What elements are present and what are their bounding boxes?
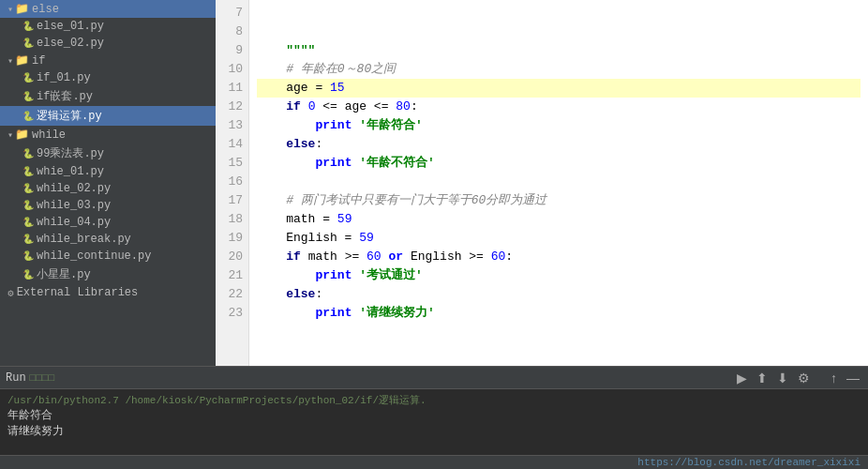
keyword-span: print <box>315 268 352 282</box>
run-panel: Run □□□□ ▶ ⬆ ⬇ ⚙ ↑ — /usr/bin/python2.7 … <box>0 366 868 469</box>
run-down-button[interactable]: ⬇ <box>774 370 791 386</box>
sidebar-item-label: while_02.py <box>37 182 111 195</box>
file-icon: 🐍 <box>22 217 34 228</box>
run-content: /usr/bin/python2.7 /home/kiosk/PycharmPr… <box>0 389 868 455</box>
line-number: 11 <box>221 79 243 98</box>
line-number: 22 <box>221 285 243 304</box>
run-label: Run <box>6 371 26 385</box>
sidebar-item-label: 99乘法表.py <box>37 145 104 161</box>
sidebar-item-file-99[interactable]: 🐍99乘法表.py <box>0 144 216 163</box>
file-icon: 🐍 <box>22 234 34 245</box>
run-output-line: 年龄符合 <box>7 407 861 423</box>
file-icon: 🐍 <box>22 148 34 159</box>
line-number: 15 <box>221 154 243 173</box>
code-line: print '考试通过' <box>257 266 861 285</box>
sidebar: ▾📁else🐍else_01.py🐍else_02.py▾📁if🐍if_01.p… <box>0 0 216 366</box>
expand-icon: ▾ <box>7 4 13 15</box>
number-span: 60 <box>367 250 382 264</box>
run-output-line: 请继续努力 <box>7 423 861 439</box>
sidebar-item-file-if01[interactable]: 🐍if_01.py <box>0 69 216 86</box>
sidebar-item-folder-while[interactable]: ▾📁while <box>0 126 216 144</box>
file-icon: 🐍 <box>22 72 34 83</box>
keyword-span: else <box>286 137 315 151</box>
line-number: 18 <box>221 210 243 229</box>
folder-icon: 📁 <box>15 128 29 142</box>
keyword-span: print <box>315 306 352 320</box>
number-span: 15 <box>330 81 345 95</box>
number-span: 0 <box>308 99 316 113</box>
line-number: 16 <box>221 173 243 191</box>
keyword-span: print <box>315 156 352 170</box>
run-settings-button[interactable]: ⚙ <box>795 370 813 386</box>
folder-icon: 📁 <box>15 53 29 68</box>
run-bottom-bar: https://blog.csdn.net/dreamer_xixixi <box>0 455 868 469</box>
code-line: math = 59 <box>257 210 861 229</box>
sidebar-item-file-ifnested[interactable]: 🐍if嵌套.py <box>0 86 216 106</box>
file-icon: 🐍 <box>22 183 34 194</box>
line-number: 14 <box>221 135 243 154</box>
code-line: else: <box>257 285 861 304</box>
code-line: age = 15 <box>257 79 861 98</box>
run-close-button[interactable]: — <box>844 370 862 386</box>
sidebar-item-file-logic[interactable]: 🐍逻辑运算.py <box>0 106 216 126</box>
code-line: if 0 <= age <= 80: <box>257 98 861 116</box>
sidebar-item-label: 逻辑运算.py <box>37 108 102 124</box>
run-play-button[interactable]: ▶ <box>734 370 750 386</box>
comment-span: # 年龄在0～80之间 <box>257 62 396 76</box>
sidebar-item-file-while02[interactable]: 🐍while_02.py <box>0 180 216 197</box>
line-number: 21 <box>221 266 243 285</box>
editor: 7891011121314151617181920212223 """" # 年… <box>216 0 868 366</box>
number-span: 59 <box>337 212 352 226</box>
sidebar-item-file-whie01[interactable]: 🐍whie_01.py <box>0 163 216 180</box>
expand-icon: ▾ <box>7 129 13 141</box>
sidebar-item-label: if_01.py <box>37 71 91 84</box>
code-line: print '年龄符合' <box>257 116 861 135</box>
code-line: print '请继续努力' <box>257 304 861 323</box>
code-line <box>257 23 861 41</box>
code-line: else: <box>257 135 861 154</box>
code-line: if math >= 60 or English >= 60: <box>257 248 861 266</box>
op-span: or <box>388 250 403 264</box>
sidebar-item-file-while04[interactable]: 🐍while_04.py <box>0 214 216 231</box>
expand-icon: ▾ <box>7 55 13 67</box>
sidebar-item-folder-else[interactable]: ▾📁else <box>0 0 216 18</box>
sidebar-item-file-whilebreak[interactable]: 🐍while_break.py <box>0 231 216 248</box>
main-area: ▾📁else🐍else_01.py🐍else_02.py▾📁if🐍if_01.p… <box>0 0 868 366</box>
run-stop-button[interactable]: ⬆ <box>754 370 771 386</box>
code-area: 7891011121314151617181920212223 """" # 年… <box>216 0 868 366</box>
sidebar-item-file-else01[interactable]: 🐍else_01.py <box>0 18 216 35</box>
sidebar-item-label: if <box>32 54 45 68</box>
number-span: 60 <box>491 250 506 264</box>
line-number: 12 <box>221 98 243 116</box>
csdn-link[interactable]: https://blog.csdn.net/dreamer_xixixi <box>637 457 861 468</box>
sidebar-item-file-stars[interactable]: 🐍小星星.py <box>0 265 216 284</box>
code-line: print '年龄不符合' <box>257 154 861 173</box>
string-span: '年龄不符合' <box>359 156 435 170</box>
sidebar-item-label: while_03.py <box>37 199 111 212</box>
code-content[interactable]: """" # 年龄在0～80之间 age = 15 if 0 <= age <=… <box>249 0 868 366</box>
number-span: 59 <box>359 231 374 245</box>
run-icon-label: □□□□ <box>30 372 54 384</box>
sidebar-item-file-while03[interactable]: 🐍while_03.py <box>0 197 216 214</box>
sidebar-item-file-else02[interactable]: 🐍else_02.py <box>0 35 216 52</box>
line-number: 23 <box>221 304 243 323</box>
line-number: 20 <box>221 248 243 266</box>
file-icon: 🐍 <box>22 38 34 49</box>
line-number: 8 <box>221 23 243 41</box>
file-icon: 🐍 <box>22 91 34 102</box>
sidebar-item-ext-libraries[interactable]: ⚙External Libraries <box>0 284 216 301</box>
sidebar-item-label: whie_01.py <box>37 165 104 178</box>
code-line: """" <box>257 41 861 60</box>
number-span: 80 <box>396 99 411 113</box>
keyword-span: else <box>286 287 315 301</box>
ext-lib-icon: ⚙ <box>7 287 14 299</box>
line-number: 13 <box>221 116 243 135</box>
sidebar-item-file-whilecontinue[interactable]: 🐍while_continue.py <box>0 248 216 265</box>
run-expand-button[interactable]: ↑ <box>828 370 840 386</box>
sidebar-item-label: External Libraries <box>17 286 139 299</box>
sidebar-item-label: while_break.py <box>37 233 131 246</box>
line-number: 9 <box>221 41 243 60</box>
sidebar-item-folder-if[interactable]: ▾📁if <box>0 52 216 69</box>
code-line: # 年龄在0～80之间 <box>257 60 861 79</box>
run-command: /usr/bin/python2.7 /home/kiosk/PycharmPr… <box>7 393 861 407</box>
